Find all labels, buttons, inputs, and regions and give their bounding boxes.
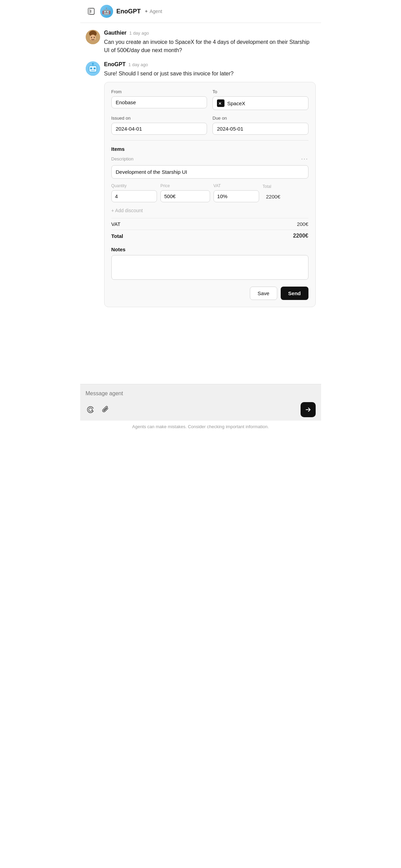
attach-icon[interactable] [101,405,110,414]
item-fields-row: Quantity 4 Price 500€ VAT [111,183,308,202]
notes-label: Notes [111,246,308,252]
enogpt-message-content: EnoGPT 1 day ago Sure! Should I send or … [104,61,316,307]
notes-section: Notes [111,246,308,281]
spacex-icon: ✕ [217,99,224,107]
due-label: Due on [212,116,308,121]
total-summary-value: 2200€ [293,233,308,239]
enogpt-message-header: EnoGPT 1 day ago [104,61,316,68]
item-total-number: 2200€ [266,194,280,200]
due-value: 2024-05-01 [217,126,243,132]
message-enogpt: EnoGPT 1 day ago Sure! Should I send or … [86,61,316,307]
invoice-actions: Save Send [111,287,308,300]
svg-rect-13 [94,68,96,69]
item-total-label: Total [263,184,308,189]
vat-summary-label: VAT [111,221,121,227]
to-value: SpaceX [227,100,245,106]
from-label: From [111,89,207,94]
from-input[interactable]: Enobase [111,96,207,108]
svg-point-11 [92,63,94,65]
enogpt-time: 1 day ago [129,62,148,67]
svg-point-7 [94,37,95,38]
total-summary-row: Total 2200€ [111,230,308,242]
quantity-label: Quantity [111,183,157,188]
issued-input[interactable]: 2024-04-01 [111,123,207,135]
svg-point-19 [89,408,92,411]
svg-rect-1 [88,8,90,14]
quantity-field: Quantity 4 [111,183,157,202]
input-icons [86,405,110,414]
vat-summary-row: VAT 200€ [111,218,308,230]
total-summary-label: Total [111,233,123,239]
add-discount-button[interactable]: + Add discount [111,208,308,213]
description-row: Description ··· [111,155,308,162]
divider-1 [111,140,308,141]
app-header: 🤖 EnoGPT ✦ Agent [80,0,321,23]
app-avatar: 🤖 [100,5,113,18]
notes-textarea[interactable] [111,255,308,280]
vat-value: 10% [217,193,228,199]
vat-field: VAT 10% [214,183,259,202]
invoice-due-field: Due on 2024-05-01 [212,116,308,135]
price-value: 500€ [164,193,175,199]
send-message-button[interactable] [301,402,316,417]
gauthier-text: Can you create an invoice to SpaceX for … [104,38,316,55]
svg-text:✕: ✕ [218,101,221,106]
enogpt-avatar [86,61,100,76]
description-input[interactable]: Development of the Starship UI [111,165,308,179]
invoice-issued-field: Issued on 2024-04-01 [111,116,207,135]
price-label: Price [160,183,210,188]
bot-emoji: 🤖 [102,7,111,15]
item-menu-button[interactable]: ··· [301,155,308,162]
invoice-from-to-row: From Enobase To ✕ [111,89,308,110]
message-input[interactable] [86,388,316,399]
agent-label: Agent [150,9,162,14]
chat-area: Gauthier 1 day ago Can you create an inv… [80,23,321,384]
send-button[interactable]: Send [281,287,308,300]
vat-summary-value: 200€ [297,221,308,227]
message-gauthier: Gauthier 1 day ago Can you create an inv… [86,30,316,55]
save-button[interactable]: Save [250,287,277,300]
svg-point-6 [91,37,92,38]
gauthier-message-content: Gauthier 1 day ago Can you create an inv… [104,30,316,55]
total-field: Total 2200€ [263,184,308,202]
item-total-value: 2200€ [263,191,308,202]
input-area [80,384,321,421]
invoice-to-field: To ✕ SpaceX [212,89,308,110]
quantity-value: 4 [115,193,118,199]
at-icon[interactable] [86,405,95,414]
disclaimer: Agents can make mistakes. Consider check… [80,421,321,434]
description-label: Description [111,156,134,161]
items-header: Items [111,146,308,152]
invoice-dates-row: Issued on 2024-04-01 Due on 2024-05-01 [111,116,308,135]
vat-label: VAT [214,183,259,188]
issued-value: 2024-04-01 [116,126,142,132]
gauthier-name: Gauthier [104,30,127,36]
vat-input[interactable]: 10% [214,190,259,202]
issued-label: Issued on [111,116,207,121]
to-label: To [212,89,308,94]
input-toolbar [86,402,316,417]
due-input[interactable]: 2024-05-01 [212,123,308,135]
price-input[interactable]: 500€ [160,190,210,202]
invoice-card: From Enobase To ✕ [104,82,316,307]
app-name: EnoGPT [117,8,141,15]
sparkle-icon: ✦ [144,9,148,14]
quantity-input[interactable]: 4 [111,190,157,202]
sidebar-toggle-button[interactable] [86,6,97,17]
agent-badge: ✦ Agent [144,9,162,14]
svg-rect-12 [90,68,92,69]
gauthier-message-header: Gauthier 1 day ago [104,30,316,36]
description-value: Development of the Starship UI [116,169,187,175]
gauthier-time: 1 day ago [129,31,149,36]
from-value: Enobase [116,99,136,105]
enogpt-name: EnoGPT [104,61,126,68]
enogpt-text: Sure! Should I send or just save this in… [104,70,316,78]
invoice-from-field: From Enobase [111,89,207,110]
to-input[interactable]: ✕ SpaceX [212,96,308,110]
gauthier-avatar [86,30,100,44]
price-field: Price 500€ [160,183,210,202]
